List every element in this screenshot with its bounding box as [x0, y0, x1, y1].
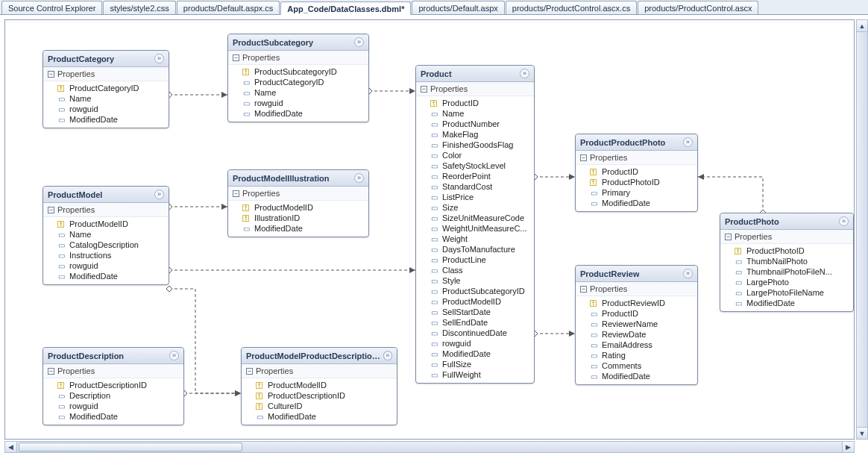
tab-1[interactable]: styles/style2.css [103, 1, 175, 14]
entity-ProductReview[interactable]: ProductReview»−Properties⚿ProductReviewI… [575, 265, 698, 385]
property-row[interactable]: ▭SellEndDate [416, 317, 534, 328]
entity-ProductCategory[interactable]: ProductCategory»−Properties⚿ProductCateg… [43, 50, 169, 128]
expand-collapse-icon[interactable]: − [580, 154, 587, 161]
expand-collapse-icon[interactable]: − [48, 207, 54, 213]
scroll-down-arrow[interactable]: ▼ [857, 427, 867, 439]
entity-ProductModelProductDescriptionCulture[interactable]: ProductModelProductDescriptionC...»−Prop… [241, 347, 397, 425]
properties-section-header[interactable]: −Properties [43, 67, 169, 81]
entity-ProductSubcategory[interactable]: ProductSubcategory»−Properties⚿ProductSu… [227, 34, 369, 122]
property-row[interactable]: ▭FullSize [416, 359, 534, 369]
property-row[interactable]: ▭ModifiedDate [43, 411, 183, 422]
property-row[interactable]: ▭Name [43, 93, 169, 104]
collapse-chevron-icon[interactable]: » [169, 351, 179, 360]
expand-collapse-icon[interactable]: − [48, 71, 54, 78]
property-row[interactable]: ⚿ProductID [576, 166, 697, 177]
entity-header[interactable]: ProductModelIllustration» [228, 170, 368, 187]
tab-4[interactable]: products/Default.aspx [412, 1, 504, 14]
property-row[interactable]: ⚿ProductModelID [242, 380, 397, 390]
property-row[interactable]: ▭rowguid [228, 98, 368, 108]
properties-section-header[interactable]: −Properties [576, 151, 697, 165]
property-row[interactable]: ▭Class [416, 265, 534, 275]
property-row[interactable]: ▭ModifiedDate [43, 114, 169, 125]
property-row[interactable]: ▭Name [43, 229, 169, 240]
collapse-chevron-icon[interactable]: » [154, 190, 164, 199]
property-row[interactable]: ▭ProductID [576, 308, 697, 319]
property-row[interactable]: ▭ProductCategoryID [228, 77, 368, 87]
property-row[interactable]: ▭ListPrice [416, 192, 534, 202]
tab-0[interactable]: Source Control Explorer [1, 1, 102, 14]
property-row[interactable]: ⚿ProductReviewID [576, 298, 697, 308]
scroll-right-arrow[interactable]: ▶ [842, 442, 854, 452]
expand-collapse-icon[interactable]: − [233, 190, 239, 197]
property-row[interactable]: ⚿IllustrationID [228, 213, 368, 223]
properties-section-header[interactable]: −Properties [720, 230, 853, 244]
entity-Product[interactable]: Product»−Properties⚿ProductID▭Name▭Produ… [415, 65, 535, 384]
tab-2[interactable]: products/Default.aspx.cs [177, 1, 280, 14]
entity-ProductDescription[interactable]: ProductDescription»−Properties⚿ProductDe… [43, 347, 184, 425]
property-row[interactable]: ▭Rating [576, 350, 697, 360]
property-row[interactable]: ▭ModifiedDate [228, 223, 368, 234]
scroll-thumb[interactable] [19, 443, 242, 452]
property-row[interactable]: ▭rowguid [43, 401, 183, 411]
property-row[interactable]: ▭SizeUnitMeasureCode [416, 213, 534, 223]
property-row[interactable]: ▭FullWeight [416, 369, 534, 380]
properties-section-header[interactable]: −Properties [43, 203, 169, 217]
property-row[interactable]: ▭Style [416, 275, 534, 286]
property-row[interactable]: ▭ModifiedDate [242, 411, 397, 422]
property-row[interactable]: ▭Weight [416, 234, 534, 244]
property-row[interactable]: ▭ModifiedDate [576, 371, 697, 381]
property-row[interactable]: ▭SellStartDate [416, 307, 534, 317]
property-row[interactable]: ▭ModifiedDate [416, 349, 534, 359]
scroll-left-arrow[interactable]: ◀ [5, 442, 17, 452]
entity-header[interactable]: ProductReview» [576, 266, 697, 282]
collapse-chevron-icon[interactable]: » [154, 54, 164, 63]
property-row[interactable]: ⚿ProductID [416, 98, 534, 108]
expand-collapse-icon[interactable]: − [725, 234, 732, 240]
property-row[interactable]: ⚿ProductCategoryID [43, 83, 169, 93]
property-row[interactable]: ▭Instructions [43, 250, 169, 260]
property-row[interactable]: ▭SafetyStockLevel [416, 160, 534, 171]
property-row[interactable]: ▭Name [228, 87, 368, 98]
property-row[interactable]: ▭rowguid [43, 104, 169, 114]
property-row[interactable]: ⚿ProductModelID [228, 202, 368, 213]
expand-collapse-icon[interactable]: − [421, 86, 427, 93]
property-row[interactable]: ▭MakeFlag [416, 129, 534, 140]
property-row[interactable]: ▭ModifiedDate [43, 271, 169, 281]
collapse-chevron-icon[interactable]: » [383, 351, 392, 360]
property-row[interactable]: ▭rowguid [416, 338, 534, 349]
property-row[interactable]: ▭LargePhoto [720, 277, 853, 287]
properties-section-header[interactable]: −Properties [43, 364, 183, 378]
property-row[interactable]: ▭ProductModelID [416, 296, 534, 307]
entity-header[interactable]: ProductProductPhoto» [576, 134, 697, 151]
entity-header[interactable]: ProductCategory» [43, 51, 169, 67]
entity-ProductProductPhoto[interactable]: ProductProductPhoto»−Properties⚿ProductI… [575, 134, 698, 212]
entity-header[interactable]: ProductSubcategory» [228, 34, 368, 51]
property-row[interactable]: ▭Primary [576, 187, 697, 198]
properties-section-header[interactable]: −Properties [416, 82, 534, 96]
property-row[interactable]: ▭Description [43, 390, 183, 401]
property-row[interactable]: ▭ProductNumber [416, 119, 534, 129]
property-row[interactable]: ⚿ProductPhotoID [576, 177, 697, 187]
property-row[interactable]: ▭ReviewDate [576, 329, 697, 340]
expand-collapse-icon[interactable]: − [233, 54, 239, 61]
tab-5[interactable]: products/ProductControl.ascx.cs [506, 1, 637, 14]
property-row[interactable]: ⚿ProductModelID [43, 219, 169, 229]
property-row[interactable]: ▭ProductLine [416, 254, 534, 265]
property-row[interactable]: ▭ModifiedDate [576, 198, 697, 208]
property-row[interactable]: ▭DiscontinuedDate [416, 328, 534, 338]
property-row[interactable]: ▭CatalogDescription [43, 240, 169, 250]
collapse-chevron-icon[interactable]: » [354, 37, 364, 47]
entity-ProductModel[interactable]: ProductModel»−Properties⚿ProductModelID▭… [43, 186, 169, 285]
vertical-scrollbar[interactable]: ▲ ▼ [856, 19, 868, 440]
tab-3[interactable]: App_Code/DataClasses.dbml* [280, 1, 411, 15]
property-row[interactable]: ▭rowguid [43, 260, 169, 271]
entity-header[interactable]: ProductModel» [43, 187, 169, 203]
properties-section-header[interactable]: −Properties [228, 187, 368, 201]
property-row[interactable]: ▭Size [416, 202, 534, 213]
property-row[interactable]: ▭Color [416, 150, 534, 160]
collapse-chevron-icon[interactable]: » [839, 216, 849, 226]
property-row[interactable]: ▭WeightUnitMeasureC... [416, 223, 534, 234]
property-row[interactable]: ▭Name [416, 108, 534, 119]
property-row[interactable]: ▭EmailAddress [576, 340, 697, 350]
property-row[interactable]: ▭ModifiedDate [228, 108, 368, 119]
